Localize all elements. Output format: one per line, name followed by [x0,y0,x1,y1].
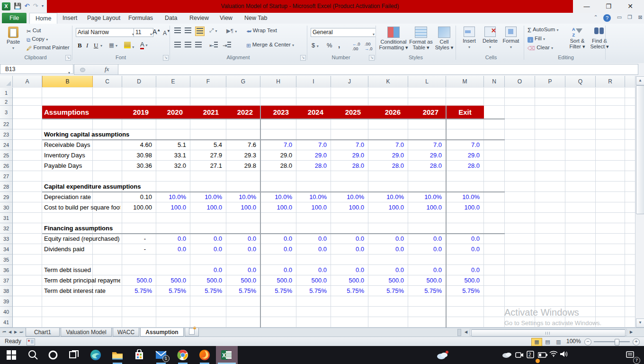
sheet-row-25[interactable]: Inventory Days30.9833.127.929.329.029.02… [13,150,635,161]
sheet-row-31[interactable] [13,213,635,223]
cell-L36[interactable]: 0.0 [408,265,442,275]
battery-icon[interactable] [538,351,549,363]
clear-button[interactable]: ⌫Clear ▾ [528,45,553,52]
fill-button[interactable]: ↓Fill ▾ [528,36,545,43]
onedrive-icon[interactable] [502,351,513,363]
increase-indent-button[interactable]: ⇥ [223,42,231,49]
cell-D24[interactable]: 4.60 [122,140,152,150]
tab-data[interactable]: Data [159,13,183,23]
qat-customize-button[interactable]: ▾ [40,2,45,10]
cell-G24[interactable]: 7.6 [226,140,256,150]
paste-button[interactable]: Paste▾ [4,27,23,51]
cell-B26[interactable]: Payable Days [44,161,120,171]
tab-insert[interactable]: Insert [57,13,83,23]
cell-F25[interactable]: 27.9 [190,150,222,161]
tab-formulas[interactable]: Formulas [123,13,159,23]
cortana-icon[interactable] [47,349,59,361]
tab-new-tab[interactable]: New Tab [239,13,273,23]
doc-close-icon[interactable]: ⊠ [636,14,644,22]
cell-J33[interactable]: 0.0 [331,234,364,244]
cell-G25[interactable]: 29.3 [226,150,256,161]
cell-J30[interactable]: 100.0 [331,202,364,213]
column-header-J[interactable]: J [331,76,368,87]
cell-E29[interactable]: 10.0% [156,192,186,202]
cell-J26[interactable]: 28.0 [331,161,364,171]
start-button[interactable] [6,349,17,361]
column-header-O[interactable]: O [505,76,535,87]
cell-L38[interactable]: 5.75% [408,286,442,296]
format-painter-button[interactable]: 🖉Format Painter [27,45,70,51]
font-name-combo[interactable]: Arial Narrow▾ [76,28,135,37]
cell-K30[interactable]: 100.0 [368,202,404,213]
cell-F36[interactable]: 0.0 [190,265,222,275]
cell-I34[interactable]: 0.0 [296,244,327,255]
cell-K38[interactable]: 5.75% [368,286,404,296]
cell-L3[interactable]: 2027 [408,106,438,119]
cell-L34[interactable]: 0.0 [408,244,442,255]
mail-icon[interactable]: 1 [155,349,167,361]
copy-button[interactable]: ⧉Copy ▾ [27,36,48,43]
align-middle-button[interactable] [185,27,191,34]
row-header-29[interactable]: 29 [0,192,13,202]
cell-H24[interactable]: 7.0 [260,140,292,150]
column-header-C[interactable]: C [93,76,122,87]
conditional-formatting-button[interactable]: Conditional Formatting ▾ [379,27,408,50]
teams-icon[interactable]: 2 [527,351,538,362]
wrap-text-button[interactable]: ⮨Wrap Text [246,27,277,35]
column-header-D[interactable]: D [122,76,156,87]
sheet-row-2[interactable] [13,98,635,106]
cell-E3[interactable]: 2020 [156,106,183,119]
cell-L37[interactable]: 500.0 [408,275,442,286]
cell-F3[interactable]: 2021 [190,106,219,119]
currency-button[interactable]: $ ▾ [312,42,319,49]
cell-B38[interactable]: Term debt interest rate [44,286,120,296]
cell-D34[interactable]: - [122,244,146,255]
align-right-button[interactable] [195,42,202,48]
insert-cells-button[interactable]: Insert▾ [459,27,479,50]
excel-taskbar-icon[interactable]: X [221,349,233,361]
last-sheet-arrow[interactable]: ⏭ [18,329,24,336]
cell-M37[interactable]: 500.0 [446,275,480,286]
sheet-tab-wacc[interactable]: WACC [113,328,139,337]
cell-G36[interactable]: 0.0 [226,265,256,275]
cell-D3[interactable]: 2019 [122,106,149,119]
find-select-button[interactable]: Find & Select ▾ [589,27,610,49]
doc-restore-icon[interactable]: ❐ [626,14,634,22]
sheet-row-26[interactable]: Payable Days30.3632.027.129.828.028.028.… [13,161,635,171]
tab-scrollbar-splitter[interactable] [457,329,461,336]
zoom-out-button[interactable]: − [584,338,591,346]
align-bottom-button[interactable] [195,27,205,36]
cell-K33[interactable]: 0.0 [368,234,404,244]
sheet-row-37[interactable]: Term debt principal repayment500.0500.05… [13,275,635,286]
save-button[interactable]: 💾 [13,2,22,10]
cell-J25[interactable]: 29.0 [331,150,364,161]
cell-G33[interactable]: 0.0 [226,234,256,244]
cell-D38[interactable]: 5.75% [122,286,152,296]
sheet-row-22[interactable] [13,119,635,129]
cell-M29[interactable]: 10.0% [446,192,480,202]
row-header-25[interactable]: 25 [0,150,13,161]
row-header-37[interactable]: 37 [0,275,13,286]
first-sheet-arrow[interactable]: ⏮ [1,329,7,336]
cell-H36[interactable]: 0.0 [260,265,292,275]
grow-font-button[interactable]: A▲ [152,28,161,36]
cell-L33[interactable]: 0.0 [408,234,442,244]
increase-decimal-button[interactable]: ←.0.00 [352,42,360,51]
volume-icon[interactable] [560,350,571,362]
cell-B30[interactable]: Cost to build per square foot [44,202,120,213]
cell-M25[interactable]: 29.0 [446,150,480,161]
sheet-row-28[interactable]: Capital expenditure assumptions [13,182,635,192]
scroll-down-arrow[interactable]: ▼ [636,318,644,328]
cell-H33[interactable]: 0.0 [260,234,292,244]
vertical-scrollbar[interactable]: ▲ ▼ [635,76,644,328]
cell-M3[interactable]: Exit [446,106,484,119]
cell-K25[interactable]: 29.0 [368,150,404,161]
doc-minimize-icon[interactable]: ▭ [616,14,623,22]
row-header-27[interactable]: 27 [0,171,13,182]
cell-L29[interactable]: 10.0% [408,192,442,202]
cell-H3[interactable]: 2023 [260,106,289,119]
meet-now-icon[interactable] [515,351,527,362]
cell-D30[interactable]: 100.00 [122,202,152,213]
cell-K26[interactable]: 28.0 [368,161,404,171]
cell-F29[interactable]: 10.0% [190,192,222,202]
